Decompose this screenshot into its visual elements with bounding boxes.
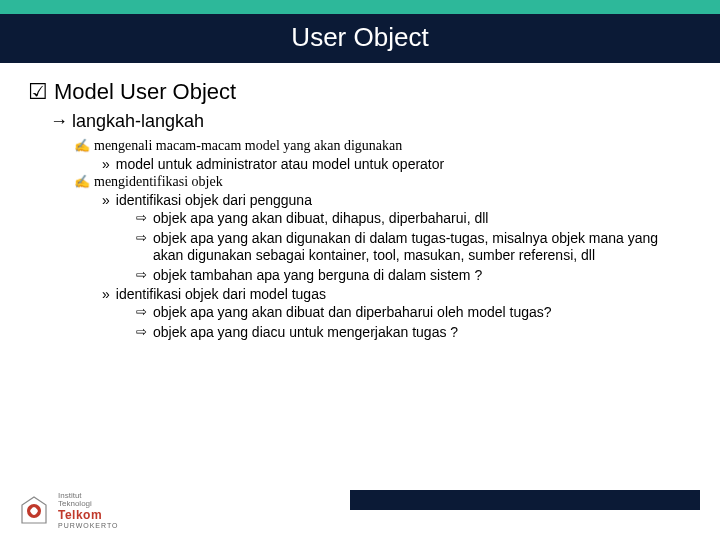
guillemet-icon: » [102,192,110,208]
logo-mark-icon [16,493,52,529]
bullet-level-2: →langkah-langkah [50,111,692,132]
arrow-outline-icon: ⇨ [136,304,147,322]
l2-text: langkah-langkah [72,111,204,131]
footer-accent-bar [350,490,700,510]
l5-text: objek apa yang akan dibuat, dihapus, dip… [153,210,488,228]
logo-text: Institut Teknologi Telkom PURWOKERTO [58,492,119,530]
l4-text: model untuk administrator atau model unt… [116,156,444,172]
arrow-outline-icon: ⇨ [136,267,147,285]
bullet-level-4: »model untuk administrator atau model un… [102,156,692,172]
bullet-level-4: »identifikasi objek dari pengguna [102,192,692,208]
institution-logo: Institut Teknologi Telkom PURWOKERTO [16,492,119,530]
logo-city: PURWOKERTO [58,522,119,530]
guillemet-icon: » [102,156,110,172]
bullet-level-3: ✍mengidentifikasi objek [74,174,692,190]
arrow-right-icon: → [50,111,68,131]
bullet-level-1: ☑Model User Object [28,79,692,105]
arrow-outline-icon: ⇨ [136,324,147,342]
hand-write-icon: ✍ [74,174,90,189]
l4-text: identifikasi objek dari model tugas [116,286,326,302]
l5-text: objek apa yang diacu untuk mengerjakan t… [153,324,458,342]
slide-title: User Object [0,14,720,63]
accent-bar [0,0,720,14]
slide: User Object ☑Model User Object →langkah-… [0,0,720,540]
guillemet-icon: » [102,286,110,302]
checkbox-icon: ☑ [28,79,48,104]
bullet-level-5: ⇨objek tambahan apa yang berguna di dala… [136,267,692,285]
content-body: ☑Model User Object →langkah-langkah ✍men… [0,63,720,341]
l5-text: objek tambahan apa yang berguna di dalam… [153,267,482,285]
arrow-outline-icon: ⇨ [136,230,147,265]
bullet-level-5: ⇨objek apa yang diacu untuk mengerjakan … [136,324,692,342]
hand-write-icon: ✍ [74,138,90,153]
bullet-level-5: ⇨objek apa yang akan dibuat, dihapus, di… [136,210,692,228]
l1-text: Model User Object [54,79,236,104]
bullet-level-5: ⇨objek apa yang akan dibuat dan diperbah… [136,304,692,322]
arrow-outline-icon: ⇨ [136,210,147,228]
l3-text: mengenali macam-macam model yang akan di… [94,138,402,153]
l4-text: identifikasi objek dari pengguna [116,192,312,208]
logo-name: Telkom [58,509,119,522]
l5-text: objek apa yang akan dibuat dan diperbaha… [153,304,552,322]
bullet-level-4: »identifikasi objek dari model tugas [102,286,692,302]
l3-text: mengidentifikasi objek [94,174,223,189]
l5-text: objek apa yang akan digunakan di dalam t… [153,230,692,265]
bullet-level-3: ✍mengenali macam-macam model yang akan d… [74,138,692,154]
bullet-level-5: ⇨objek apa yang akan digunakan di dalam … [136,230,692,265]
